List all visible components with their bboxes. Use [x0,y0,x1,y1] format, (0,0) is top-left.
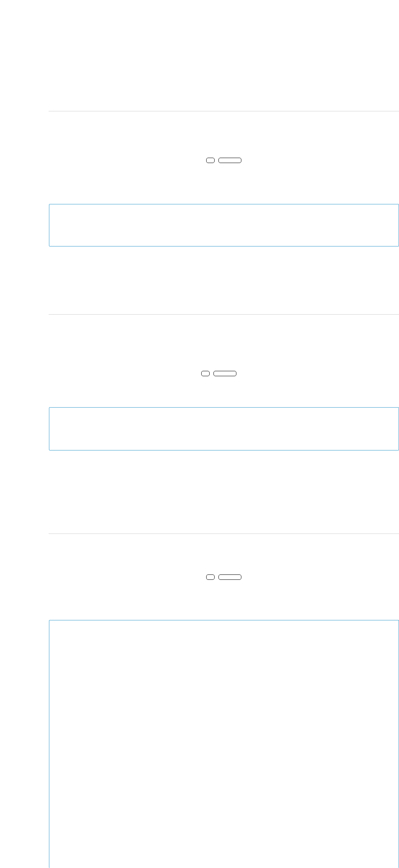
small-pill-button[interactable] [201,371,210,376]
large-pill-button[interactable] [213,371,236,376]
control-row-1 [49,158,399,163]
section-divider [49,111,399,111]
highlight-box-1 [49,204,399,246]
page-container [0,0,399,868]
highlight-box-3 [49,620,399,868]
large-pill-button[interactable] [218,574,241,580]
section-divider [49,534,399,534]
control-row-2 [49,371,399,376]
small-pill-button[interactable] [206,158,215,163]
section-divider [49,314,399,315]
large-pill-button[interactable] [218,158,241,163]
highlight-box-2 [49,407,399,450]
control-row-3 [49,574,399,580]
small-pill-button[interactable] [206,574,215,580]
